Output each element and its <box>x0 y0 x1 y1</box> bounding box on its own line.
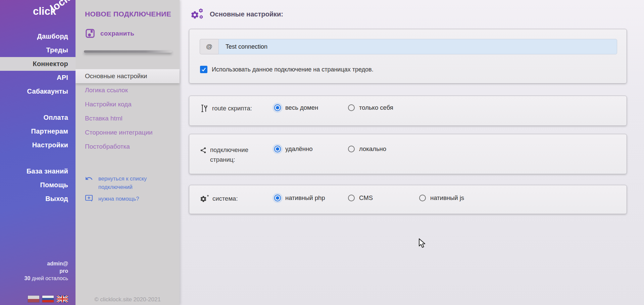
account-days-left: 30 дней осталось <box>0 275 68 282</box>
clicklock-logo[interactable]: clicklock <box>33 5 77 17</box>
account-email: admin@ <box>0 260 68 267</box>
app-window: clicklock Дашборд Треды Коннектор API Са… <box>0 0 644 305</box>
radio-selected-icon[interactable] <box>274 146 281 152</box>
radio-unselected-icon[interactable] <box>419 195 426 201</box>
back-link-label: вернуться к списку подключений <box>98 174 164 191</box>
sidebar-item-subaccounts[interactable]: Сабакаунты <box>0 85 76 98</box>
system-label: система: <box>200 194 238 203</box>
route-icon <box>200 104 209 113</box>
sidebar-item-knowledge-base[interactable]: База знаний <box>0 164 76 178</box>
sidebar-item-payment[interactable]: Оплата <box>0 111 76 124</box>
panel-divider <box>84 50 172 53</box>
language-switcher <box>28 296 68 302</box>
route-script-label: route скрипта: <box>200 104 252 113</box>
sidebar-item-threads[interactable]: Треды <box>0 43 76 57</box>
connection-panel: НОВОЕ ПОДКЛЮЧЕНИЕ сохранить Основные нас… <box>76 0 180 305</box>
panel-title: НОВОЕ ПОДКЛЮЧЕНИЕ <box>85 10 171 18</box>
flag-pl-icon[interactable] <box>28 296 39 302</box>
radio-native-php[interactable]: нативный php <box>274 194 325 202</box>
sidebar-item-partners[interactable]: Партнерам <box>0 124 76 138</box>
radio-unselected-icon[interactable] <box>348 195 355 201</box>
radio-unselected-icon[interactable] <box>348 146 355 152</box>
help-link-label: нужна помощь? <box>98 195 139 203</box>
radio-unselected-icon[interactable] <box>348 104 355 111</box>
connection-name-group: @ <box>200 39 617 54</box>
at-symbol: @ <box>206 43 212 50</box>
need-help-link[interactable]: нужна помощь? <box>85 195 139 203</box>
copyright-footer: © clicklock.site 2020-2021 <box>76 296 180 303</box>
share-icon <box>200 146 207 155</box>
tab-html-insert[interactable]: Вставка html <box>76 111 180 125</box>
radio-whole-domain[interactable]: весь домен <box>274 104 318 111</box>
sidebar-item-help[interactable]: Помощь <box>0 178 76 192</box>
sidebar-item-settings[interactable]: Настройки <box>0 138 76 152</box>
section-title: Основные настройки: <box>210 10 283 18</box>
system-gear-icon <box>200 194 209 203</box>
radio-cms[interactable]: CMS <box>348 194 373 202</box>
sidebar-item-dashboard[interactable]: Дашборд <box>0 30 76 43</box>
connection-name-card: @ Использовать данное подключение на стр… <box>189 29 627 84</box>
flag-ru-icon[interactable] <box>42 296 54 302</box>
sidebar-item-api[interactable]: API <box>0 71 76 85</box>
tab-postprocessing[interactable]: Постобработка <box>76 140 180 154</box>
account-plan: pro <box>0 267 68 275</box>
primary-sidebar: clicklock Дашборд Треды Коннектор API Са… <box>0 0 76 305</box>
radio-only-self[interactable]: только себя <box>348 104 393 111</box>
nav-spacer <box>0 98 76 111</box>
at-prefix: @ <box>200 39 218 54</box>
radio-native-js[interactable]: нативный js <box>419 194 464 202</box>
tab-code-settings[interactable]: Настройки кода <box>76 97 180 111</box>
tab-basic-settings[interactable]: Основные настройки <box>76 69 180 83</box>
settings-tabs: Основные настройки Логика ссылок Настрой… <box>76 69 180 154</box>
add-comment-icon <box>85 195 93 202</box>
checkbox-label: Использовать данное подключение на стран… <box>212 66 374 73</box>
main-content: Основные настройки: @ Использовать данно… <box>180 0 644 305</box>
nav-spacer <box>0 152 76 164</box>
connection-name-input[interactable] <box>218 39 617 54</box>
page-connection-label: подключение страниц: <box>200 145 267 164</box>
flag-uk-icon[interactable] <box>57 296 68 302</box>
use-on-threads-checkbox-row[interactable]: Использовать данное подключение на стран… <box>200 66 374 73</box>
account-info: admin@ pro 30 дней осталось <box>0 260 76 282</box>
radio-remote[interactable]: удалённо <box>274 145 313 153</box>
gears-icon <box>190 8 204 20</box>
radio-local[interactable]: локально <box>348 145 386 153</box>
page-connection-card: подключение страниц: удалённо локально <box>189 134 627 174</box>
radio-selected-icon[interactable] <box>274 195 281 201</box>
checkbox-checked-icon[interactable] <box>200 66 207 73</box>
sidebar-item-logout[interactable]: Выход <box>0 192 76 206</box>
primary-nav: Дашборд Треды Коннектор API Сабакаунты О… <box>0 30 76 206</box>
undo-icon <box>85 174 93 183</box>
system-card: система: нативный php CMS нативный js <box>189 185 627 214</box>
tab-third-party-integrations[interactable]: Сторонние интеграции <box>76 125 180 140</box>
back-to-connections-link[interactable]: вернуться к списку подключений <box>85 174 164 191</box>
section-header: Основные настройки: <box>190 8 283 20</box>
radio-selected-icon[interactable] <box>274 104 281 111</box>
route-script-card: route скрипта: весь домен только себя <box>189 96 627 126</box>
save-button-label: сохранить <box>100 30 134 37</box>
save-icon <box>85 28 95 39</box>
save-button[interactable]: сохранить <box>85 28 134 39</box>
sidebar-item-connector[interactable]: Коннектор <box>0 57 76 71</box>
tab-link-logic[interactable]: Логика ссылок <box>76 83 180 97</box>
